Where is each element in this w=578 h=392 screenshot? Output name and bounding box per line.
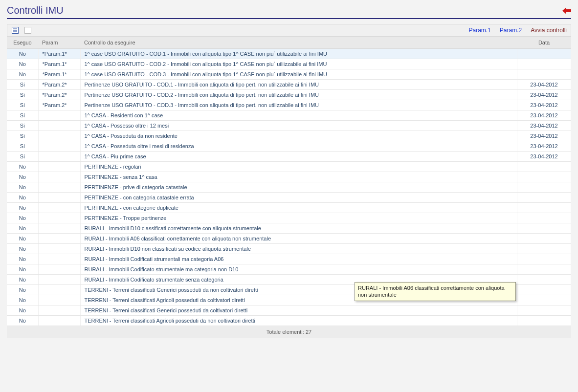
cell-desc: RURALI - Immobili Codificato strumentale… — [80, 264, 517, 275]
cell-param — [38, 244, 80, 254]
cell-eseguo: No — [7, 264, 38, 275]
cell-param: *Param.1* — [38, 49, 80, 59]
cell-desc: 1^ CASA - Posseduta oltre i mesi di resi… — [80, 141, 517, 152]
cell-desc: PERTINENZE - con categorie duplicate — [80, 203, 517, 213]
table-row[interactable]: Si1^ CASA - Piu prime case23-04-2012 — [7, 152, 571, 162]
table-row[interactable]: NoPERTINENZE - Troppe pertinenze — [7, 213, 571, 223]
cell-desc: RURALI - Immobili D10 classificati corre… — [80, 223, 517, 234]
cell-param — [38, 254, 80, 264]
cell-param — [38, 121, 80, 131]
avvia-controlli-link[interactable]: Avvia controlli — [531, 27, 567, 34]
col-data-header[interactable]: Data — [517, 37, 571, 49]
cell-desc: PERTINENZE - prive di categoria catastal… — [80, 182, 517, 193]
cell-data — [517, 244, 571, 254]
cell-eseguo: No — [7, 193, 38, 203]
toolbar-left — [11, 26, 32, 34]
table-row[interactable]: NoPERTINENZE - con categoria catastale e… — [7, 193, 571, 203]
cell-desc: PERTINENZE - Troppe pertinenze — [80, 213, 517, 223]
cell-eseguo: No — [7, 69, 38, 80]
table-row[interactable]: NoPERTINENZE - regolari — [7, 162, 571, 172]
table-row[interactable]: Si*Param.2*Pertinenze USO GRATUITO - COD… — [7, 100, 571, 110]
param1-link[interactable]: Param.1 — [468, 27, 490, 34]
cell-data — [517, 275, 571, 285]
cell-data: 23-04-2012 — [517, 110, 571, 121]
table-header-row: Eseguo Param Controllo da eseguire Data — [7, 37, 571, 49]
cell-eseguo: No — [7, 203, 38, 213]
cell-data — [517, 285, 571, 295]
cell-eseguo: Si — [7, 131, 38, 141]
cell-data — [517, 305, 571, 316]
table-row[interactable]: No*Param.1*1^ case USO GRATUITO - COD.1 … — [7, 49, 571, 59]
table-row[interactable]: NoRURALI - Immobili Codificati strumenta… — [7, 254, 571, 264]
col-eseguo-header[interactable]: Eseguo — [7, 37, 38, 49]
table-row[interactable]: Si1^ CASA - Posseduta oltre i mesi di re… — [7, 141, 571, 152]
table-row[interactable]: Si1^ CASA - Possesso oltre i 12 mesi23-0… — [7, 121, 571, 131]
deselect-all-icon[interactable] — [24, 26, 32, 34]
table-row[interactable]: NoTERRENI - Terreni classificati Agricol… — [7, 316, 571, 326]
cell-eseguo: No — [7, 172, 38, 182]
toolbar: Param.1 Param.2 Avvia controlli — [7, 24, 571, 37]
table-row[interactable]: NoRURALI - Immobili D10 non classificati… — [7, 244, 571, 254]
cell-param — [38, 264, 80, 275]
table-row[interactable]: Si1^ CASA - Posseduta da non residente23… — [7, 131, 571, 141]
cell-param: *Param.1* — [38, 69, 80, 80]
cell-desc: 1^ CASA - Possesso oltre i 12 mesi — [80, 121, 517, 131]
cell-param — [38, 285, 80, 295]
cell-eseguo: No — [7, 162, 38, 172]
cell-param — [38, 305, 80, 316]
cell-data — [517, 254, 571, 264]
cell-param — [38, 182, 80, 193]
cell-eseguo: Si — [7, 141, 38, 152]
cell-eseguo: No — [7, 213, 38, 223]
param2-link[interactable]: Param.2 — [500, 27, 522, 34]
cell-data: 23-04-2012 — [517, 141, 571, 152]
cell-desc: TERRENI - Terreni classificati Generici … — [80, 305, 517, 316]
cell-eseguo: No — [7, 244, 38, 254]
col-param-header[interactable]: Param — [38, 37, 80, 49]
cell-param: *Param.2* — [38, 90, 80, 100]
cell-desc: 1^ case USO GRATUITO - COD.2 - Immobili … — [80, 59, 517, 69]
page-title: Controlli IMU — [7, 5, 64, 16]
table-row[interactable]: No*Param.1*1^ case USO GRATUITO - COD.3 … — [7, 69, 571, 80]
cell-eseguo: No — [7, 234, 38, 244]
table-row[interactable]: NoPERTINENZE - senza 1^ casa — [7, 172, 571, 182]
cell-data — [517, 172, 571, 182]
table-row[interactable]: NoRURALI - Immobili D10 classificati cor… — [7, 223, 571, 234]
cell-data — [517, 193, 571, 203]
cell-eseguo: Si — [7, 80, 38, 90]
back-arrow-icon[interactable] — [562, 7, 571, 14]
toolbar-right: Param.1 Param.2 Avvia controlli — [468, 27, 567, 34]
cell-data — [517, 264, 571, 275]
footer-total: Totale elementi: 27 — [7, 326, 571, 338]
cell-param: *Param.2* — [38, 100, 80, 110]
cell-data — [517, 59, 571, 69]
cell-param — [38, 131, 80, 141]
cell-data: 23-04-2012 — [517, 80, 571, 90]
table-row[interactable]: NoRURALI - Immobili A06 classificati cor… — [7, 234, 571, 244]
cell-data — [517, 316, 571, 326]
col-desc-header[interactable]: Controllo da eseguire — [80, 37, 517, 49]
cell-eseguo: No — [7, 49, 38, 59]
cell-param — [38, 141, 80, 152]
cell-data: 23-04-2012 — [517, 121, 571, 131]
cell-desc: 1^ case USO GRATUITO - COD.1 - Immobili … — [80, 49, 517, 59]
table-row[interactable]: Si*Param.2*Pertinenze USO GRATUITO - COD… — [7, 90, 571, 100]
table-row[interactable]: NoTERRENI - Terreni classificati Generic… — [7, 305, 571, 316]
cell-desc: 1^ CASA - Residenti con 1^ case — [80, 110, 517, 121]
cell-desc: RURALI - Immobili D10 non classificati s… — [80, 244, 517, 254]
svg-marker-0 — [562, 7, 571, 14]
cell-data: 23-04-2012 — [517, 152, 571, 162]
table-row[interactable]: NoRURALI - Immobili Codificato strumenta… — [7, 264, 571, 275]
table-row[interactable]: Si1^ CASA - Residenti con 1^ case23-04-2… — [7, 110, 571, 121]
cell-param: *Param.1* — [38, 59, 80, 69]
select-all-icon[interactable] — [11, 26, 19, 34]
table-row[interactable]: Si*Param.2*Pertinenze USO GRATUITO - COD… — [7, 80, 571, 90]
cell-eseguo: No — [7, 182, 38, 193]
cell-data — [517, 213, 571, 223]
table-row[interactable]: No*Param.1*1^ case USO GRATUITO - COD.2 … — [7, 59, 571, 69]
table-row[interactable]: NoPERTINENZE - prive di categoria catast… — [7, 182, 571, 193]
svg-rect-5 — [25, 27, 31, 34]
table-row[interactable]: NoPERTINENZE - con categorie duplicate — [7, 203, 571, 213]
cell-data — [517, 295, 571, 305]
cell-eseguo: No — [7, 254, 38, 264]
